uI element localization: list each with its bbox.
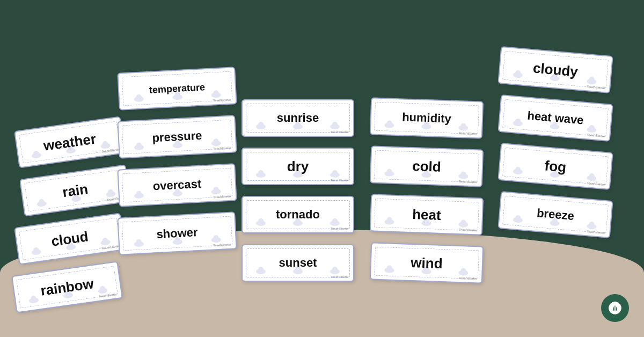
word-text: rainbow [39, 275, 94, 299]
word-text: cloudy [532, 60, 579, 80]
brand-label: TeachStarter [587, 85, 605, 90]
word-text: humidity [402, 110, 452, 126]
word-text: sunrise [277, 111, 319, 125]
word-card-cloudy: cloudy TeachStarter [497, 46, 613, 93]
brand-label: TeachStarter [331, 130, 349, 134]
brand-label: TeachStarter [213, 98, 231, 102]
word-text: shower [156, 225, 198, 241]
word-text: cold [412, 158, 442, 175]
word-text: pressure [152, 129, 202, 145]
word-card-rain: rain TeachStarter [19, 164, 131, 216]
word-card-sunrise: sunrise TeachStarter [241, 99, 354, 137]
word-card-overcast: overcast TeachStarter [117, 163, 237, 207]
word-text: dry [287, 158, 309, 175]
word-card-heatwave: heat wave TeachStarter [497, 94, 613, 142]
brand-label: TeachStarter [99, 292, 118, 298]
teachstarter-logo [601, 294, 629, 322]
brand-label: TeachStarter [587, 230, 605, 235]
brand-label: TeachStarter [101, 148, 120, 153]
brand-label: TeachStarter [459, 180, 477, 184]
brand-label: TeachStarter [587, 181, 605, 186]
word-text: heat wave [526, 108, 584, 127]
word-text: rain [61, 180, 89, 200]
cards-container: weather TeachStarter rain TeachStarter c… [0, 0, 644, 337]
word-text: weather [42, 130, 97, 154]
brand-label: TeachStarter [459, 228, 477, 232]
word-card-shower: shower TeachStarter [117, 211, 237, 255]
brand-label: TeachStarter [331, 227, 349, 230]
word-text: sunset [279, 256, 317, 270]
brand-label: TeachStarter [331, 275, 349, 279]
word-card-heat: heat TeachStarter [370, 194, 484, 235]
word-card-sunset: sunset TeachStarter [241, 244, 354, 282]
brand-label: TeachStarter [459, 276, 477, 280]
word-card-weather: weather TeachStarter [14, 116, 126, 168]
brand-label: TeachStarter [101, 244, 120, 250]
word-text: cloud [50, 228, 90, 250]
word-text: overcast [152, 177, 202, 194]
brand-label: TeachStarter [459, 131, 477, 135]
word-card-fog: fog TeachStarter [497, 143, 613, 190]
word-card-cloud: cloud TeachStarter [14, 213, 126, 265]
word-card-temperature: temperature TeachStarter [117, 67, 237, 110]
word-text: wind [411, 254, 443, 272]
word-text: heat [412, 206, 442, 224]
word-text: breeze [536, 206, 575, 223]
logo-icon [608, 301, 623, 316]
word-card-wind: wind TeachStarter [370, 242, 484, 283]
brand-label: TeachStarter [213, 195, 231, 199]
word-card-humidity: humidity TeachStarter [370, 97, 484, 138]
word-card-tornado: tornado TeachStarter [241, 196, 354, 233]
word-card-rainbow: rainbow TeachStarter [11, 261, 123, 313]
word-text: temperature [149, 82, 205, 96]
word-text: tornado [276, 208, 320, 222]
brand-label: TeachStarter [331, 179, 349, 182]
brand-label: TeachStarter [587, 133, 605, 138]
word-card-cold: cold TeachStarter [370, 145, 484, 187]
word-text: fog [544, 157, 567, 175]
brand-label: TeachStarter [213, 146, 231, 151]
word-card-pressure: pressure TeachStarter [117, 115, 237, 158]
word-card-breeze: breeze TeachStarter [497, 191, 613, 238]
word-card-dry: dry TeachStarter [241, 148, 354, 185]
brand-label: TeachStarter [213, 243, 231, 247]
